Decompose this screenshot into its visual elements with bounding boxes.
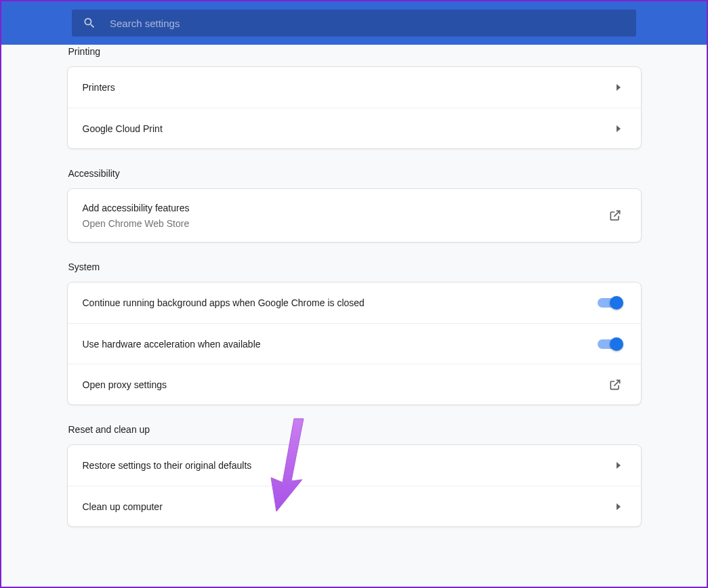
- section-title-accessibility: Accessibility: [67, 168, 642, 188]
- sublabel-add-accessibility: Open Chrome Web Store: [83, 217, 190, 230]
- card-printing: Printers Google Cloud Print: [67, 66, 642, 149]
- label-restore-defaults: Restore settings to their original defau…: [83, 459, 252, 472]
- section-accessibility: Accessibility Add accessibility features…: [67, 168, 642, 243]
- row-restore-defaults[interactable]: Restore settings to their original defau…: [68, 445, 641, 486]
- row-printers[interactable]: Printers: [68, 67, 641, 108]
- section-system: System Continue running background apps …: [67, 261, 642, 405]
- section-title-printing: Printing: [67, 46, 642, 66]
- chevron-right-icon: [617, 462, 621, 469]
- row-proxy-settings[interactable]: Open proxy settings: [68, 364, 641, 404]
- section-title-system: System: [67, 261, 642, 282]
- label-hardware-accel: Use hardware acceleration when available: [83, 337, 261, 351]
- card-accessibility: Add accessibility features Open Chrome W…: [67, 188, 642, 243]
- toggle-hardware-accel[interactable]: [598, 337, 622, 351]
- search-placeholder: Search settings: [110, 18, 180, 29]
- label-proxy: Open proxy settings: [83, 378, 167, 392]
- section-printing: Printing Printers Google Cloud Print: [67, 46, 642, 149]
- content: Printing Printers Google Cloud Print Acc…: [1, 45, 707, 554]
- card-reset: Restore settings to their original defau…: [67, 444, 642, 527]
- row-hardware-accel: Use hardware acceleration when available: [68, 323, 641, 364]
- chevron-right-icon: [617, 503, 621, 510]
- label-cleanup: Clean up computer: [83, 500, 163, 513]
- row-add-accessibility[interactable]: Add accessibility features Open Chrome W…: [68, 189, 641, 242]
- section-title-reset: Reset and clean up: [67, 424, 642, 444]
- label-gcp: Google Cloud Print: [83, 122, 163, 135]
- label-background-apps: Continue running background apps when Go…: [83, 296, 365, 310]
- search-icon: [83, 16, 96, 30]
- card-system: Continue running background apps when Go…: [67, 282, 642, 405]
- chevron-right-icon: [617, 125, 621, 132]
- external-link-icon: [608, 209, 622, 222]
- header-bar: Search settings: [1, 1, 707, 45]
- label-add-accessibility: Add accessibility features: [83, 201, 190, 215]
- row-google-cloud-print[interactable]: Google Cloud Print: [68, 108, 641, 148]
- external-link-icon: [608, 378, 622, 392]
- section-reset: Reset and clean up Restore settings to t…: [67, 424, 642, 527]
- chevron-right-icon: [617, 84, 621, 91]
- search-box[interactable]: Search settings: [72, 9, 636, 37]
- row-cleanup-computer[interactable]: Clean up computer: [68, 486, 641, 526]
- label-printers: Printers: [83, 81, 115, 94]
- toggle-background-apps[interactable]: [598, 296, 622, 310]
- row-background-apps: Continue running background apps when Go…: [68, 282, 641, 323]
